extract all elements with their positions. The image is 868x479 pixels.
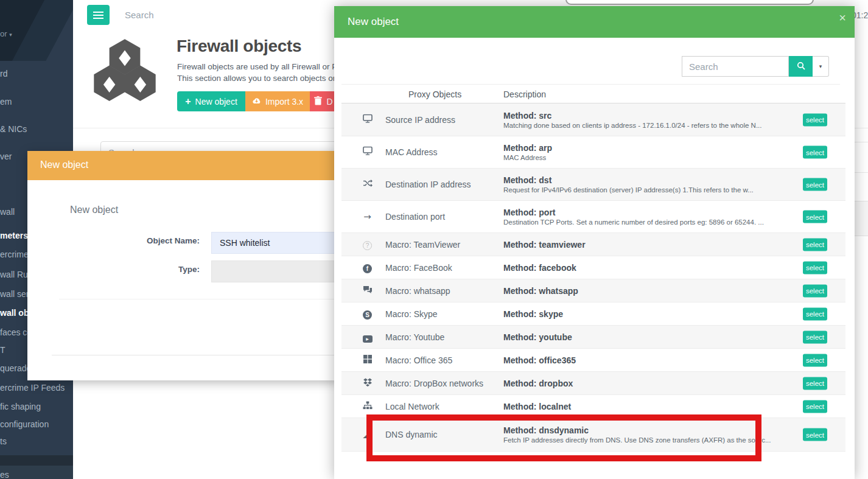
table-row: → Destination port Method: port Destinat… bbox=[341, 200, 845, 233]
row-description: Method: dst Request for IPv4/IPv6 destin… bbox=[503, 169, 779, 200]
row-object-name: Macro: FaceBook bbox=[385, 263, 452, 273]
shuffle-icon bbox=[362, 179, 373, 190]
sidebar-item[interactable]: wall bbox=[0, 207, 15, 217]
type-label: Type: bbox=[87, 265, 200, 274]
sidebar-item[interactable]: ercrime bbox=[0, 250, 29, 259]
caret-down-icon: ▾ bbox=[819, 63, 822, 69]
sidebar-footer-item[interactable]: es bbox=[0, 466, 73, 479]
sidebar-item[interactable]: em bbox=[0, 97, 12, 107]
search-options-dropdown[interactable]: ▾ bbox=[813, 56, 829, 77]
select-button[interactable]: select bbox=[803, 146, 827, 159]
select-button[interactable]: select bbox=[803, 178, 827, 191]
table-row: f Macro: FaceBook Method: facebook selec… bbox=[341, 256, 845, 279]
search-button[interactable] bbox=[789, 56, 813, 77]
row-object-name: Local Network bbox=[385, 402, 439, 411]
row-method: Method: whatsapp bbox=[503, 286, 779, 296]
row-method: Method: teamviewer bbox=[503, 240, 779, 250]
orange-modal-divider bbox=[59, 299, 338, 299]
green-modal-header: New object × bbox=[334, 6, 855, 38]
row-description: Method: office365 bbox=[503, 349, 779, 371]
row-method: Method: src bbox=[503, 111, 779, 121]
select-button[interactable]: select bbox=[803, 284, 827, 297]
strip-divider bbox=[855, 142, 868, 142]
row-method: Method: office365 bbox=[503, 355, 779, 365]
highlight-rectangle bbox=[366, 414, 761, 461]
row-description: Method: port Destination TCP Ports. Set … bbox=[503, 201, 779, 233]
row-method: Method: facebook bbox=[503, 263, 779, 273]
green-modal-title: New object bbox=[348, 16, 399, 28]
screen: or ▾ rdem& NICsverwallmetersercrimewall … bbox=[0, 0, 868, 479]
import-button[interactable]: Import 3.x bbox=[245, 91, 310, 111]
sidebar-item[interactable]: ver bbox=[0, 152, 12, 161]
column-header-proxy-objects: Proxy Objects bbox=[408, 89, 461, 99]
sidebar-item[interactable]: & NICs bbox=[0, 124, 27, 134]
sitemap-icon bbox=[362, 401, 373, 412]
page-description-line1: Firewall objects are used by all Firewal… bbox=[177, 62, 349, 71]
sidebar-item[interactable]: rd bbox=[0, 69, 7, 79]
select-button[interactable]: select bbox=[803, 261, 827, 274]
row-method: Method: arp bbox=[503, 143, 779, 153]
row-method-detail: Request for IPv4/IPv6 destination (serve… bbox=[503, 186, 779, 194]
select-button[interactable]: select bbox=[803, 307, 827, 320]
row-object-name: Macro: Skype bbox=[385, 309, 438, 319]
monitor-icon bbox=[362, 114, 373, 125]
table-header: Proxy Objects Description bbox=[341, 86, 845, 103]
close-icon[interactable]: × bbox=[839, 11, 846, 25]
new-object-button-label: New object bbox=[195, 97, 237, 107]
orange-modal-section-title: New object bbox=[70, 205, 118, 215]
sidebar-footer-divider bbox=[0, 455, 73, 466]
search-icon bbox=[797, 61, 805, 72]
select-button[interactable]: select bbox=[803, 377, 827, 390]
select-button[interactable]: select bbox=[803, 113, 827, 126]
type-input[interactable] bbox=[211, 260, 336, 282]
row-method-detail: Destination TCP Ports. Set a numeric num… bbox=[503, 219, 779, 226]
select-button[interactable]: select bbox=[803, 211, 827, 223]
row-method: Method: dropbox bbox=[503, 379, 779, 388]
account-menu-label: or bbox=[0, 29, 7, 38]
table-row: MAC Address Method: arp MAC Address sele… bbox=[341, 136, 845, 168]
proxy-objects-table-body: Source IP address Method: src Matching d… bbox=[341, 103, 845, 452]
sidebar-item[interactable]: ercrime IP Feeds bbox=[0, 383, 65, 393]
row-description: Method: facebook bbox=[503, 256, 779, 279]
sidebar-item[interactable]: meters bbox=[0, 231, 28, 240]
sidebar-item[interactable]: ts bbox=[0, 436, 7, 446]
select-button[interactable]: select bbox=[803, 428, 827, 441]
delete-button[interactable]: D bbox=[310, 91, 337, 111]
proxy-objects-table: Proxy Objects Description Source IP addr… bbox=[341, 86, 845, 452]
trash-icon bbox=[314, 96, 322, 107]
object-name-input[interactable] bbox=[211, 232, 336, 254]
row-description: Method: skype bbox=[503, 302, 779, 325]
select-button[interactable]: select bbox=[803, 238, 827, 251]
row-description: Method: teamviewer bbox=[503, 233, 779, 256]
row-object-name: Source IP address bbox=[385, 115, 455, 125]
new-object-modal-orange: New object New object Object Name: Type: bbox=[27, 151, 338, 380]
dropbox-icon bbox=[362, 377, 373, 389]
row-method: Method: localnet bbox=[503, 402, 779, 411]
table-row: Destination IP address Method: dst Reque… bbox=[341, 168, 845, 200]
object-name-label: Object Name: bbox=[87, 236, 200, 245]
arrow-right-icon: → bbox=[362, 211, 373, 222]
select-button[interactable]: select bbox=[803, 354, 827, 366]
select-button[interactable]: select bbox=[803, 400, 827, 413]
select-button[interactable]: select bbox=[803, 330, 827, 343]
topbar-search[interactable]: Search bbox=[125, 10, 154, 20]
sidebar-item[interactable]: configuration bbox=[0, 419, 49, 429]
sidebar-item[interactable]: querade bbox=[0, 363, 31, 373]
new-object-button[interactable]: + New object bbox=[177, 91, 245, 111]
row-description: Method: youtube bbox=[503, 326, 779, 348]
sidebar-item[interactable]: fic shaping bbox=[0, 402, 41, 411]
row-method: Method: port bbox=[503, 208, 779, 217]
orange-modal-footer-divider bbox=[52, 355, 338, 355]
column-header-description: Description bbox=[503, 89, 546, 99]
monitor-icon bbox=[362, 147, 373, 158]
modal-search-input[interactable] bbox=[682, 56, 789, 77]
row-method-detail: Matching done based on clients ip addres… bbox=[503, 122, 779, 129]
sidebar-item[interactable]: T bbox=[0, 345, 5, 355]
menu-button[interactable] bbox=[87, 5, 110, 25]
account-menu[interactable]: or ▾ bbox=[0, 29, 12, 38]
page-description-line2: This section allows you to search object… bbox=[177, 74, 346, 83]
cloud-download-icon bbox=[252, 97, 261, 107]
row-method-detail: MAC Address bbox=[503, 154, 779, 161]
table-row: Source IP address Method: src Matching d… bbox=[341, 103, 845, 136]
table-row: Macro: whatsapp Method: whatsapp select bbox=[341, 279, 845, 302]
